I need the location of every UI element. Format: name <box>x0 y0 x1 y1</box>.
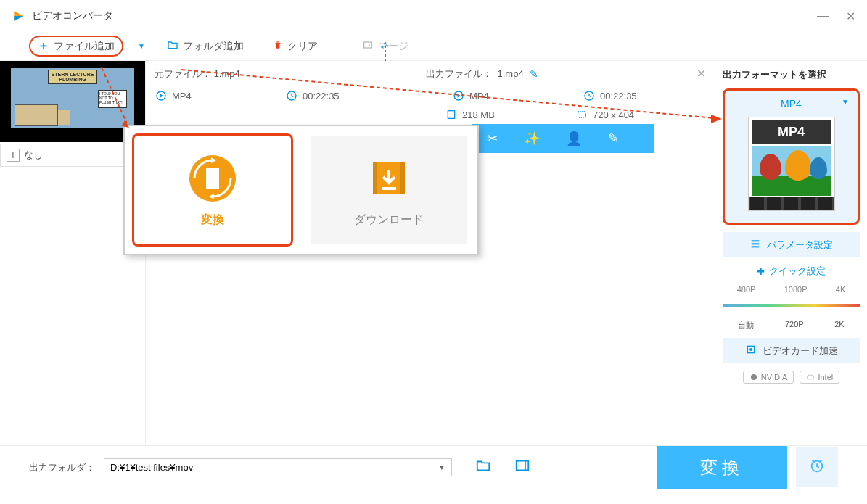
svg-rect-3 <box>364 42 372 48</box>
add-file-button[interactable]: ＋ ファイル追加 <box>29 36 123 57</box>
edit-filename-icon[interactable]: ✎ <box>530 68 538 80</box>
parameter-settings-button[interactable]: パラメータ設定 <box>723 232 860 257</box>
svg-rect-2 <box>276 41 279 42</box>
res-4k: 4K <box>836 285 845 294</box>
duration-icon <box>285 89 298 102</box>
convert-option[interactable]: 変換 <box>132 133 293 247</box>
gpu-icon <box>745 344 757 358</box>
file-size: 218 MB <box>462 110 495 120</box>
svg-rect-13 <box>752 240 760 241</box>
source-file-label: 元ファイル： <box>155 68 211 79</box>
resolution-icon <box>575 108 588 121</box>
convert-label: 変換 <box>201 212 224 228</box>
gpu-label: ビデオカード加速 <box>763 344 838 358</box>
convert-button[interactable]: 変換 <box>657 446 787 489</box>
svg-rect-22 <box>203 168 206 189</box>
output-file-name: 1.mp4 <box>498 68 524 79</box>
svg-rect-32 <box>517 461 529 471</box>
convert-icon <box>187 153 238 204</box>
merge-icon <box>362 39 374 53</box>
filesize-icon <box>445 108 458 121</box>
add-file-dropdown[interactable]: ▼ <box>138 42 145 50</box>
svg-rect-28 <box>400 162 405 194</box>
res-720p: 720P <box>785 320 804 331</box>
svg-marker-9 <box>458 94 461 97</box>
svg-marker-1 <box>14 16 23 21</box>
res-2k: 2K <box>834 320 844 331</box>
param-label: パラメータ設定 <box>767 239 833 252</box>
svg-rect-15 <box>752 246 760 247</box>
titlebar: ビデオコンバータ — ✕ <box>0 0 867 32</box>
chevron-down-icon: ▼ <box>438 463 445 471</box>
output-path: D:¥1¥test files¥mov <box>110 462 193 473</box>
download-icon <box>363 153 414 204</box>
format-thumbnail: MP4 <box>748 117 835 211</box>
effects-icon[interactable]: ✨ <box>524 131 540 146</box>
src-format: MP4 <box>172 91 192 102</box>
gpu-accel-button[interactable]: ビデオカード加速 <box>723 338 860 363</box>
trash-icon <box>273 40 283 52</box>
svg-rect-4 <box>366 44 369 46</box>
folder-icon <box>167 39 178 53</box>
intel-chip: Intel <box>800 371 839 384</box>
svg-point-19 <box>808 375 814 379</box>
dst-format: MP4 <box>469 91 489 102</box>
watermark-icon[interactable]: 👤 <box>566 131 582 146</box>
download-option[interactable]: ダウンロード <box>311 136 467 244</box>
svg-rect-23 <box>219 168 222 189</box>
output-folder-input[interactable]: D:¥1¥test files¥mov ▼ <box>104 458 452 476</box>
add-file-label: ファイル追加 <box>54 40 115 53</box>
add-folder-button[interactable]: フォルダ追加 <box>160 36 251 56</box>
svg-rect-12 <box>578 112 586 117</box>
res-480p: 480P <box>737 285 756 294</box>
right-panel: 出力フォーマットを選択 MP4 MP4 パラメータ設定 ✚ クイック設定 480… <box>715 61 867 445</box>
plus-icon: ＋ <box>38 38 49 54</box>
format-selector[interactable]: MP4 MP4 <box>723 88 860 225</box>
close-button[interactable]: ✕ <box>846 9 855 23</box>
toolbar-separator <box>340 38 340 55</box>
quality-slider[interactable] <box>723 304 860 307</box>
add-folder-label: フォルダ追加 <box>183 40 244 53</box>
app-logo-icon <box>12 9 26 23</box>
settings-icon <box>749 238 761 252</box>
output-file-label: 出力ファイル： <box>426 67 492 80</box>
svg-rect-14 <box>752 243 760 244</box>
window-title: ビデオコンバータ <box>32 9 817 22</box>
subtitle-icon[interactable]: ✎ <box>608 131 619 146</box>
source-file-name: 1.mp4 <box>214 68 240 79</box>
download-label: ダウンロード <box>354 212 424 228</box>
edit-toolbar: ✂ ✨ 👤 ✎ <box>472 124 654 153</box>
svg-point-17 <box>749 348 752 351</box>
title-value: なし <box>24 149 43 162</box>
svg-rect-11 <box>448 111 454 119</box>
format-name: MP4 <box>731 96 852 111</box>
clear-label: クリア <box>287 40 318 53</box>
schedule-button[interactable] <box>796 447 838 487</box>
video-format-icon <box>452 89 465 102</box>
footer: 出力フォルダ： D:¥1¥test files¥mov ▼ 変換 <box>0 445 867 489</box>
add-file-popup: 変換 ダウンロード <box>123 125 479 255</box>
output-format-title: 出力フォーマットを選択 <box>723 68 860 81</box>
toolbar: ＋ ファイル追加 ▼ フォルダ追加 クリア マージ <box>0 32 867 61</box>
browse-folder-button[interactable] <box>514 458 530 477</box>
output-folder-label: 出力フォルダ： <box>29 461 95 474</box>
duration-icon <box>583 89 596 102</box>
res-auto: 自動 <box>738 320 754 331</box>
src-duration: 00:22:35 <box>303 91 340 102</box>
open-folder-button[interactable] <box>475 458 491 477</box>
merge-label: マージ <box>378 40 408 53</box>
remove-file-button[interactable]: ✕ <box>697 67 706 80</box>
nvidia-chip: NVIDIA <box>743 371 794 384</box>
svg-point-18 <box>751 374 757 380</box>
dst-duration: 00:22:35 <box>600 91 637 102</box>
quick-settings-title: ✚ クイック設定 <box>723 265 860 278</box>
crop-icon[interactable]: ✂ <box>487 131 498 146</box>
video-format-icon <box>155 89 168 102</box>
resolution: 720 x 404 <box>593 110 634 120</box>
minimize-button[interactable]: — <box>817 9 829 23</box>
svg-marker-6 <box>160 94 163 97</box>
res-1080p: 1080P <box>784 285 808 294</box>
merge-button[interactable]: マージ <box>355 36 416 56</box>
text-icon: T <box>7 149 20 162</box>
clear-button[interactable]: クリア <box>266 37 325 56</box>
